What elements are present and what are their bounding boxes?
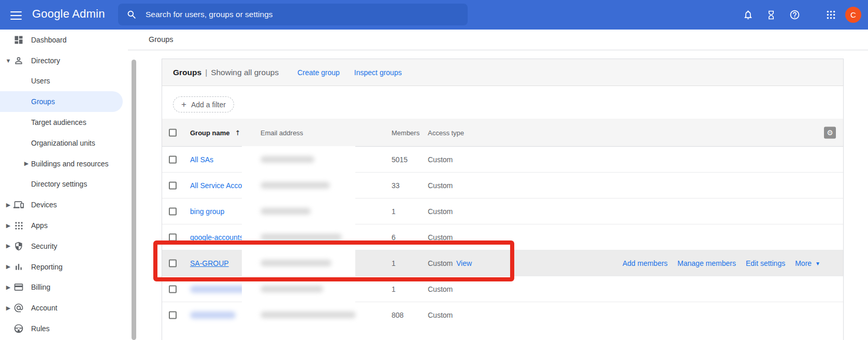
sidebar-item-organizational-units[interactable]: Organizational units (0, 133, 128, 153)
devices-icon (13, 199, 24, 210)
group-name-link[interactable]: bing group (190, 207, 224, 216)
search-bar[interactable] (118, 4, 468, 25)
manage-members-link[interactable]: Manage members (677, 259, 736, 267)
person-icon (13, 55, 24, 66)
row-checkbox[interactable] (169, 311, 177, 319)
row-checkbox[interactable] (169, 285, 177, 293)
sidebar-item-devices[interactable]: ▶ Devices (0, 194, 128, 215)
sidebar-item-dashboard[interactable]: Dashboard (0, 30, 128, 50)
blurred-group-name (190, 286, 249, 293)
access-type: Custom (428, 259, 453, 267)
members-count: 1 (392, 259, 396, 267)
topbar-icons: C (742, 0, 868, 30)
inspect-groups-link[interactable]: Inspect groups (354, 68, 402, 77)
manage-columns-gear-icon[interactable]: ⚙ (824, 126, 836, 138)
account-avatar[interactable]: C (845, 7, 861, 23)
sidebar-item-users[interactable]: Users (0, 71, 128, 92)
access-type: Custom (428, 207, 453, 216)
chevron-right-icon[interactable]: ▶ (5, 263, 12, 270)
card-header: Groups | Showing all groups Create group… (162, 59, 843, 86)
sidebar-item-reporting[interactable]: ▶ Reporting (0, 257, 128, 277)
table-row: 808 Custom (162, 302, 843, 328)
breadcrumb: Groups (149, 35, 173, 44)
row-checkbox[interactable] (169, 207, 177, 215)
add-members-link[interactable]: Add members (623, 259, 668, 267)
members-count: 33 (392, 181, 400, 190)
sidebar-item-directory-settings[interactable]: Directory settings (0, 174, 128, 195)
sidebar-scrollbar[interactable] (132, 60, 136, 340)
sidebar-item-directory[interactable]: ▼ Directory (0, 50, 128, 71)
top-app-bar: Google Admin C (0, 0, 868, 30)
chevron-right-icon[interactable]: ▶ (5, 243, 12, 249)
filter-section: + Add a filter (162, 86, 843, 119)
chevron-down-icon[interactable]: ▼ (5, 58, 12, 64)
table-row: 1 Custom (162, 276, 843, 302)
chevron-right-icon[interactable]: ▶ (23, 160, 30, 167)
chevron-right-icon[interactable]: ▶ (5, 222, 12, 229)
apps-grid-icon[interactable] (824, 9, 837, 21)
google-admin-screen: Google Admin C Dashboard (0, 0, 868, 340)
main-content: Groups Groups | Showing all groups Creat… (128, 30, 868, 340)
column-header-members[interactable]: Members (392, 129, 419, 136)
credit-card-icon (13, 281, 24, 293)
sidebar-item-groups[interactable]: Groups (0, 91, 123, 112)
sidebar-item-account[interactable]: ▶ Account (0, 298, 128, 318)
dropdown-caret-icon: ▼ (815, 261, 820, 266)
row-checkbox[interactable] (169, 155, 177, 163)
group-name-link[interactable]: All Service Accounts (190, 181, 256, 190)
groups-card: Groups | Showing all groups Create group… (162, 59, 844, 340)
breadcrumb-bar: Groups (128, 30, 868, 50)
menu-icon[interactable] (10, 9, 22, 20)
create-group-link[interactable]: Create group (297, 68, 340, 77)
column-header-email[interactable]: Email address (261, 129, 303, 136)
view-access-link[interactable]: View (456, 259, 472, 267)
members-count: 1 (392, 207, 396, 216)
edit-settings-link[interactable]: Edit settings (746, 259, 785, 267)
group-name-link[interactable]: SA-GROUP (190, 259, 229, 267)
table-row: All SAs 5015 Custom (162, 147, 843, 173)
row-checkbox[interactable] (169, 259, 177, 267)
card-title: Groups (173, 68, 201, 77)
apps-icon (13, 220, 24, 231)
app-title: Google Admin (32, 7, 105, 21)
row-checkbox[interactable] (169, 233, 177, 241)
sidebar-item-security[interactable]: ▶ Security (0, 236, 128, 257)
select-all-checkbox[interactable] (169, 129, 177, 136)
notifications-icon[interactable] (742, 9, 754, 21)
table-row: bing group 1 Custom (162, 199, 843, 224)
pending-tasks-icon[interactable] (765, 9, 777, 21)
table-row-sa-group-highlighted: SA-GROUP 1 Custom View Add members Manag… (162, 250, 843, 276)
members-count: 808 (392, 311, 403, 319)
bar-chart-icon (13, 261, 24, 273)
sidebar-item-target-audiences[interactable]: Target audiences (0, 112, 128, 133)
access-type: Custom (428, 311, 453, 319)
help-icon[interactable] (788, 9, 801, 21)
sort-ascending-icon[interactable]: ↑ (235, 129, 241, 136)
members-count: 1 (392, 285, 396, 293)
sidebar-item-buildings-and-resources[interactable]: ▶ Buildings and resources (0, 153, 128, 174)
group-name-link[interactable]: All SAs (190, 155, 213, 164)
sidebar-item-apps[interactable]: ▶ Apps (0, 215, 128, 236)
access-type: Custom (428, 285, 453, 293)
chevron-right-icon[interactable]: ▶ (5, 202, 12, 208)
sidebar-nav: Dashboard ▼ Directory Users Groups Targe… (0, 30, 128, 340)
sidebar-item-rules[interactable]: Rules (0, 318, 128, 339)
at-sign-icon (13, 302, 24, 314)
search-input[interactable] (146, 10, 468, 19)
group-name-link[interactable]: google-accounts (190, 233, 243, 242)
column-header-group-name[interactable]: Group name↑ (190, 129, 240, 136)
row-checkbox[interactable] (169, 181, 177, 189)
chevron-right-icon[interactable]: ▶ (5, 305, 12, 311)
more-actions-link[interactable]: More▼ (795, 259, 820, 267)
title-separator: | (205, 68, 207, 77)
column-header-access-type[interactable]: Access type (428, 129, 464, 136)
table-header-row: Group name↑ Email address Members Access… (162, 119, 843, 147)
chevron-right-icon[interactable]: ▶ (5, 284, 12, 291)
blurred-group-name (190, 311, 236, 319)
plus-icon: + (181, 100, 186, 110)
members-count: 6 (392, 233, 396, 242)
sidebar-item-billing[interactable]: ▶ Billing (0, 277, 128, 298)
members-count: 5015 (392, 155, 408, 164)
rules-icon (13, 323, 24, 334)
add-filter-button[interactable]: + Add a filter (173, 96, 234, 112)
